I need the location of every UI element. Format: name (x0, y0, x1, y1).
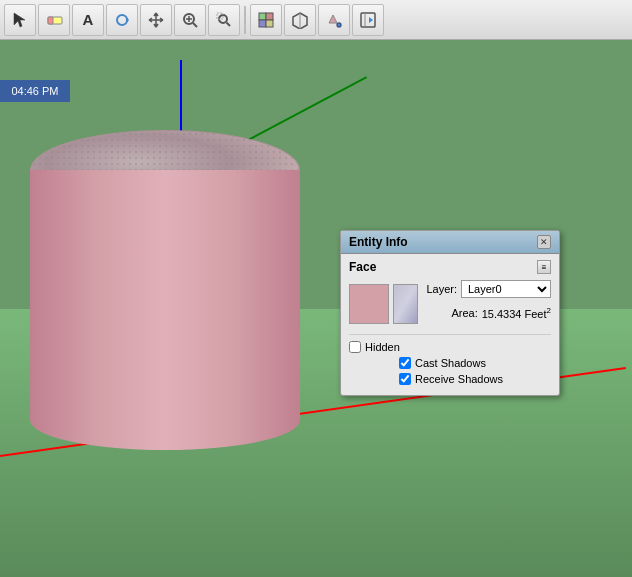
material-preview-row: Layer: Layer0 Area: 15.4334 Feet2 (349, 280, 551, 328)
area-value: 15.4334 Feet2 (482, 306, 551, 320)
layer-dropdown[interactable]: Layer0 (461, 280, 551, 298)
face-label-row: Face ≡ (349, 260, 551, 274)
zoom-button[interactable] (174, 4, 206, 36)
cast-shadows-row: Cast Shadows (399, 357, 551, 369)
layer-row: Layer: Layer0 (422, 280, 551, 298)
svg-rect-12 (259, 13, 266, 20)
layer-label: Layer: (426, 283, 457, 295)
entity-info-titlebar: Entity Info ✕ (341, 231, 559, 254)
face-scroll-button[interactable]: ≡ (537, 260, 551, 274)
shadow-checkboxes: Cast Shadows Receive Shadows (399, 357, 551, 385)
svg-line-10 (227, 22, 231, 26)
svg-rect-14 (259, 20, 266, 27)
entity-info-title: Entity Info (349, 235, 408, 249)
cylinder-body[interactable] (30, 170, 300, 450)
svg-marker-0 (14, 13, 25, 27)
time-display: 04:46 PM (11, 85, 58, 97)
hidden-checkbox-row: Hidden (349, 341, 551, 353)
cast-shadows-checkbox[interactable] (399, 357, 411, 369)
eraser-button[interactable] (38, 4, 70, 36)
svg-marker-21 (369, 17, 373, 23)
entity-info-panel: Entity Info ✕ Face ≡ Layer: Layer0 (340, 230, 560, 396)
components-button[interactable] (284, 4, 316, 36)
receive-shadows-checkbox[interactable] (399, 373, 411, 385)
layer-area-info: Layer: Layer0 Area: 15.4334 Feet2 (422, 280, 551, 328)
toolbar: A (0, 0, 632, 40)
svg-rect-18 (337, 23, 341, 27)
svg-rect-2 (48, 17, 53, 24)
svg-rect-15 (266, 20, 273, 27)
entity-info-close-button[interactable]: ✕ (537, 235, 551, 249)
rotate-button[interactable] (106, 4, 138, 36)
material-swatch-back[interactable] (393, 284, 418, 324)
select-button[interactable] (4, 4, 36, 36)
face-label-text: Face (349, 260, 376, 274)
receive-shadows-label: Receive Shadows (415, 373, 503, 385)
statusbar: 04:46 PM (0, 80, 70, 102)
toolbar-separator (244, 6, 246, 34)
area-superscript: 2 (547, 306, 551, 315)
paint-button[interactable] (318, 4, 350, 36)
materials-button[interactable] (250, 4, 282, 36)
svg-rect-13 (266, 13, 273, 20)
zoom-extents-button[interactable] (208, 4, 240, 36)
text-icon: A (83, 11, 94, 28)
material-swatch-front[interactable] (349, 284, 389, 324)
pan-button[interactable] (140, 4, 172, 36)
receive-shadows-row: Receive Shadows (399, 373, 551, 385)
hidden-label: Hidden (365, 341, 400, 353)
svg-marker-4 (126, 16, 129, 24)
area-row: Area: 15.4334 Feet2 (422, 306, 551, 320)
viewport: 04:46 PM Entity Info ✕ Face ≡ (0, 40, 632, 577)
entity-info-content: Face ≡ Layer: Layer0 Area: (341, 254, 559, 395)
area-label: Area: (451, 307, 477, 319)
divider (349, 334, 551, 335)
cast-shadows-label: Cast Shadows (415, 357, 486, 369)
hidden-checkbox[interactable] (349, 341, 361, 353)
export-button[interactable] (352, 4, 384, 36)
svg-line-6 (193, 23, 197, 27)
cylinder-object[interactable] (30, 170, 300, 450)
text-button[interactable]: A (72, 4, 104, 36)
svg-point-3 (117, 15, 127, 25)
